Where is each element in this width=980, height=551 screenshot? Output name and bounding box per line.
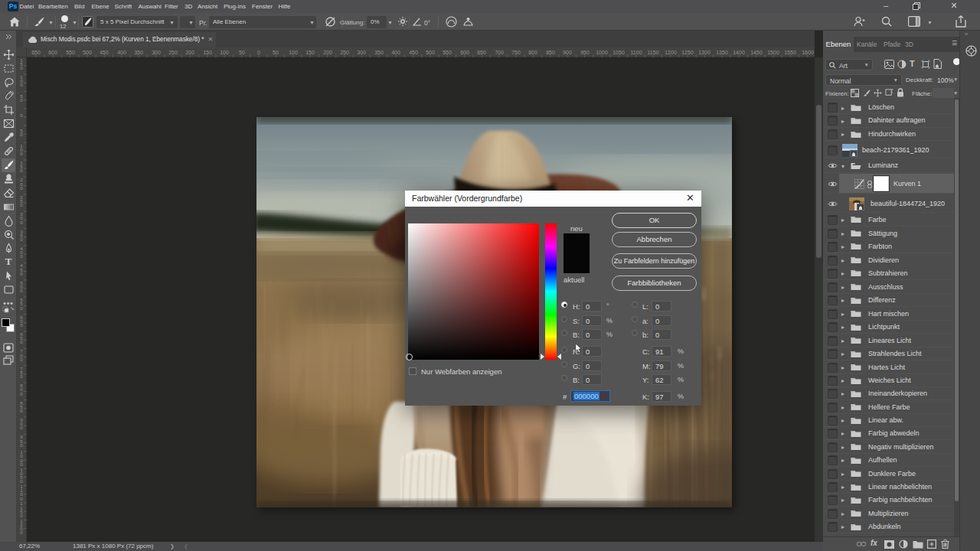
svg-text:1450: 1450	[750, 50, 763, 55]
svg-text:700: 700	[495, 50, 504, 55]
svg-text:300: 300	[152, 50, 161, 55]
svg-text:0: 0	[20, 288, 23, 293]
svg-text:0: 0	[20, 220, 23, 225]
svg-text:200: 200	[185, 50, 194, 55]
svg-text:1250: 1250	[681, 50, 694, 55]
svg-text:300: 300	[357, 50, 366, 55]
svg-text:250: 250	[340, 50, 349, 55]
svg-text:900: 900	[563, 50, 572, 55]
svg-text:950: 950	[580, 50, 590, 55]
svg-text:1550: 1550	[784, 50, 796, 55]
svg-text:450: 450	[409, 50, 418, 55]
svg-text:1350: 1350	[716, 50, 728, 55]
svg-text:150: 150	[305, 50, 315, 55]
svg-text:100: 100	[289, 50, 298, 55]
svg-text:500: 500	[83, 50, 92, 55]
svg-text:0: 0	[20, 339, 23, 344]
svg-text:100: 100	[220, 50, 229, 55]
svg-text:250: 250	[168, 50, 178, 55]
svg-text:1400: 1400	[733, 50, 745, 55]
svg-text:150: 150	[203, 50, 212, 55]
svg-text:350: 350	[374, 50, 384, 55]
svg-text:1200: 1200	[665, 50, 677, 55]
svg-text:1050: 1050	[612, 50, 625, 55]
svg-text:800: 800	[528, 50, 537, 55]
svg-text:0: 0	[20, 82, 23, 87]
svg-text:550: 550	[66, 50, 75, 55]
svg-text:650: 650	[477, 50, 486, 55]
svg-text:0: 0	[20, 442, 23, 448]
svg-text:0: 0	[20, 408, 23, 413]
svg-text:1600: 1600	[802, 50, 814, 55]
svg-text:600: 600	[460, 50, 469, 55]
svg-text:450: 450	[100, 50, 109, 55]
svg-text:0: 0	[20, 357, 23, 362]
svg-text:200: 200	[323, 50, 332, 55]
svg-text:0: 0	[20, 271, 23, 276]
svg-text:0: 0	[20, 168, 23, 173]
svg-text:400: 400	[391, 50, 400, 55]
svg-text:350: 350	[134, 50, 143, 55]
svg-text:0: 0	[20, 253, 23, 259]
svg-text:0: 0	[20, 97, 23, 103]
svg-text:0: 0	[20, 112, 23, 118]
svg-text:0: 0	[20, 425, 23, 430]
svg-text:600: 600	[48, 50, 57, 55]
svg-text:1000: 1000	[596, 50, 608, 55]
svg-text:0: 0	[20, 391, 23, 396]
svg-text:50: 50	[239, 50, 245, 55]
svg-text:0: 0	[257, 50, 260, 55]
svg-text:0: 0	[20, 151, 23, 156]
svg-text:550: 550	[443, 50, 452, 55]
svg-text:0: 0	[20, 236, 23, 242]
svg-text:50: 50	[273, 50, 279, 55]
svg-text:0: 0	[20, 305, 23, 311]
svg-text:0: 0	[20, 322, 23, 328]
svg-text:400: 400	[117, 50, 126, 55]
svg-text:1300: 1300	[698, 50, 710, 55]
svg-text:1100: 1100	[630, 50, 642, 55]
svg-text:0: 0	[20, 373, 23, 379]
svg-text:1150: 1150	[647, 50, 658, 55]
svg-text:0: 0	[20, 530, 23, 535]
svg-text:0: 0	[20, 185, 23, 191]
svg-text:0: 0	[20, 65, 23, 70]
svg-text:0: 0	[20, 202, 23, 207]
svg-text:1500: 1500	[767, 50, 779, 55]
svg-text:0: 0	[20, 132, 23, 137]
svg-text:500: 500	[426, 50, 435, 55]
svg-text:650: 650	[31, 50, 41, 55]
svg-text:750: 750	[511, 50, 521, 55]
svg-text:850: 850	[546, 50, 555, 55]
